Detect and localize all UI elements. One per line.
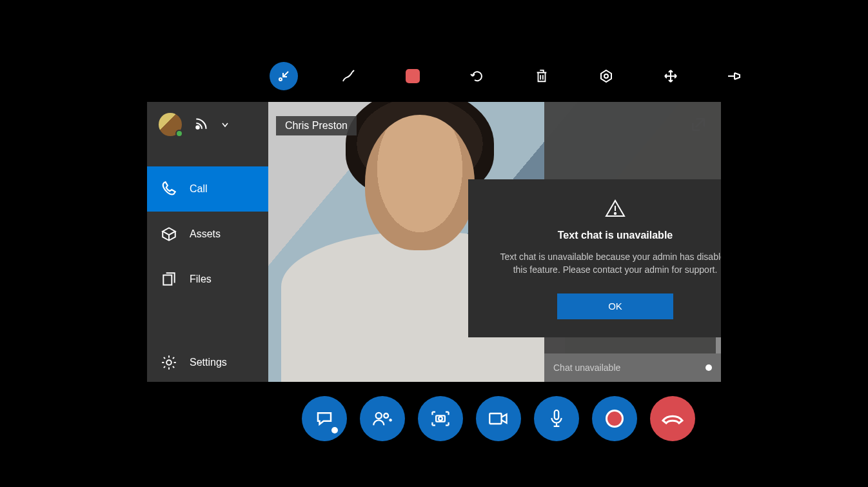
- sidebar-item-assets[interactable]: Assets: [147, 212, 268, 257]
- chat-button[interactable]: [302, 396, 347, 441]
- record-square-icon: [406, 69, 420, 83]
- files-icon: [160, 270, 178, 288]
- app-window: Call Assets Files Settings: [147, 102, 721, 382]
- svg-point-11: [439, 417, 442, 421]
- cube-icon: [160, 225, 178, 243]
- chat-notification-dot: [331, 427, 338, 433]
- participant-name: Chris Preston: [285, 120, 348, 131]
- sidebar-item-label: Files: [190, 273, 212, 285]
- svg-point-5: [166, 360, 172, 365]
- main-area: Chris Preston PM orking OK? Chat unavail…: [268, 102, 721, 382]
- modal-ok-button[interactable]: OK: [557, 293, 673, 319]
- chat-input-row: Chat unavailable: [544, 353, 721, 382]
- svg-point-0: [279, 78, 282, 81]
- record-circle-icon: [606, 410, 624, 428]
- avatar[interactable]: [159, 113, 182, 136]
- chat-input-placeholder[interactable]: Chat unavailable: [553, 363, 620, 373]
- svg-point-9: [384, 413, 388, 418]
- sidebar-item-label: Call: [190, 183, 208, 195]
- modal-title: Text chat is unavailable: [494, 230, 721, 241]
- pin-tool-button[interactable]: [721, 62, 749, 90]
- hangup-button[interactable]: [650, 396, 695, 441]
- dropdown-caret-icon[interactable]: [222, 119, 228, 130]
- sidebar-nav: Call Assets Files: [147, 166, 268, 302]
- sidebar: Call Assets Files Settings: [147, 102, 268, 382]
- screenshot-button[interactable]: [418, 396, 463, 441]
- gear-icon: [160, 353, 178, 372]
- record-button[interactable]: [592, 396, 637, 441]
- sidebar-header: [147, 102, 268, 147]
- video-button[interactable]: [476, 396, 521, 441]
- record-tool-button[interactable]: [399, 62, 427, 90]
- delete-tool-button[interactable]: [528, 62, 556, 90]
- sidebar-bottom: Settings: [147, 343, 268, 382]
- svg-point-3: [196, 126, 199, 128]
- move-tool-button[interactable]: [656, 62, 685, 90]
- modal-dialog: Text chat is unavailable Text chat is un…: [468, 179, 721, 337]
- sidebar-item-call[interactable]: Call: [147, 166, 268, 212]
- svg-point-2: [604, 74, 608, 78]
- participant-name-tag: Chris Preston: [276, 116, 357, 135]
- sidebar-item-label: Settings: [190, 357, 227, 368]
- add-participant-button[interactable]: [360, 396, 405, 441]
- svg-rect-12: [489, 413, 501, 424]
- svg-rect-13: [555, 410, 559, 419]
- sidebar-item-settings[interactable]: Settings: [147, 343, 268, 382]
- warning-icon: [494, 199, 721, 221]
- undo-tool-button[interactable]: [463, 62, 491, 90]
- svg-point-8: [376, 413, 382, 419]
- annotation-toolbar: [270, 62, 749, 90]
- sidebar-item-files[interactable]: Files: [147, 257, 268, 302]
- svg-point-7: [615, 213, 616, 214]
- svg-marker-1: [601, 70, 611, 82]
- chat-send-indicator: [705, 364, 712, 371]
- minimize-tool-button[interactable]: [270, 62, 298, 90]
- sidebar-item-label: Assets: [190, 228, 221, 240]
- presence-indicator: [175, 130, 183, 137]
- call-controls: [302, 396, 695, 441]
- phone-icon: [160, 180, 178, 198]
- signal-icon[interactable]: [193, 115, 210, 134]
- target-tool-button[interactable]: [592, 62, 620, 90]
- modal-body: Text chat is unavailable because your ad…: [494, 250, 721, 277]
- svg-rect-4: [163, 275, 172, 285]
- pen-tool-button[interactable]: [334, 62, 362, 90]
- mic-button[interactable]: [534, 396, 579, 441]
